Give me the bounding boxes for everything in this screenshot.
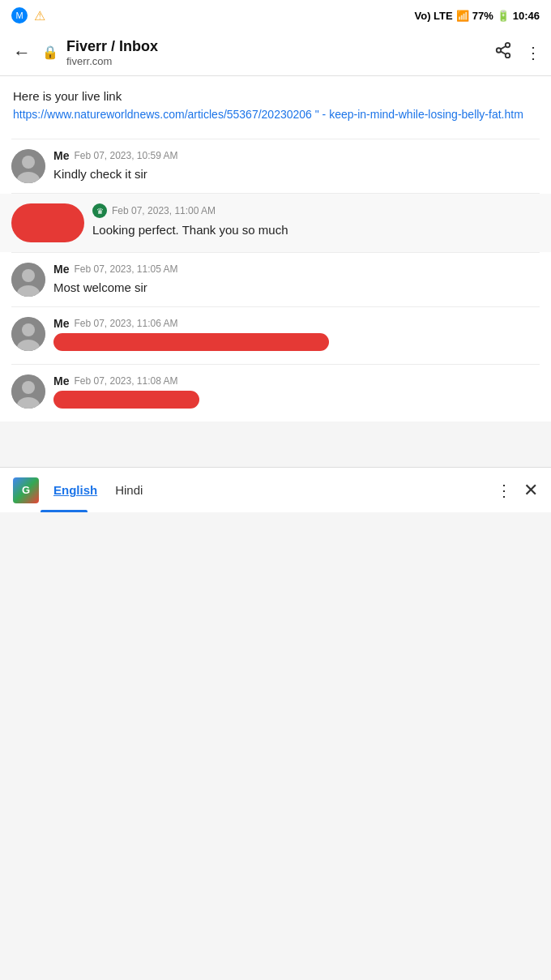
app-subtitle: fiverr.com [66,55,486,67]
svg-line-4 [501,46,506,49]
signal-indicator: Vo) LTE [415,10,453,22]
avatar-me-3 [11,263,45,297]
svg-point-9 [22,269,35,282]
message-row-5: Me Feb 07, 2023, 11:08 AM [0,365,551,422]
more-options-button[interactable]: ⋮ [525,43,541,62]
status-right: Vo) LTE 📶 77% 🔋 10:46 [415,10,540,22]
msg-time-1: Feb 07, 2023, 10:59 AM [74,150,177,161]
msg-header-1: Me Feb 07, 2023, 10:59 AM [53,149,540,162]
svg-point-1 [497,48,502,53]
redacted-content-4 [53,333,540,354]
msg-time-5: Feb 07, 2023, 11:08 AM [74,375,177,387]
message-content-3: Me Feb 07, 2023, 11:05 AM Most welcome s… [53,263,540,296]
message-row-4: Me Feb 07, 2023, 11:06 AM [0,307,551,364]
svg-point-15 [22,381,35,394]
msg-header-2: ♛ Feb 07, 2023, 11:00 AM [92,203,540,218]
translate-active-underline [41,510,88,512]
app-bar-actions: ⋮ [494,41,541,63]
status-left: M ⚠ [11,7,45,24]
battery-icon: 🔋 [497,10,510,22]
avatar-me-4 [11,317,45,351]
translate-bar: G English Hindi ⋮ ✕ [0,467,551,512]
message-content-2: ♛ Feb 07, 2023, 11:00 AM Looking perfect… [92,203,540,238]
msg-text-2: Looking perfect. Thank you so much [92,221,540,238]
sender-label-5: Me [53,374,69,387]
lock-icon: 🔒 [42,45,58,60]
sender-label-4: Me [53,317,69,330]
svg-point-2 [506,53,510,58]
message-row-2: ♛ Feb 07, 2023, 11:00 AM Looking perfect… [0,194,551,252]
message-content-4: Me Feb 07, 2023, 11:06 AM [53,317,540,354]
messenger-icon: M [11,7,28,24]
msg-header-3: Me Feb 07, 2023, 11:05 AM [53,263,540,276]
svg-line-3 [501,51,506,54]
sender-label-1: Me [53,149,69,162]
msg-text-3: Most welcome sir [53,279,540,296]
message-row: Me Feb 07, 2023, 10:59 AM Kindly check i… [0,139,551,193]
crown-badge: ♛ [92,203,107,218]
svg-point-0 [506,43,510,48]
msg-time-4: Feb 07, 2023, 11:06 AM [74,318,177,329]
redacted-content-5 [53,391,540,412]
google-translate-icon: G [13,477,39,503]
app-title: Fiverr / Inbox [66,38,486,55]
msg-header-4: Me Feb 07, 2023, 11:06 AM [53,317,540,330]
msg-text-1: Kindly check it sir [53,165,540,182]
back-button[interactable]: ← [10,39,34,66]
time: 10:46 [513,10,540,22]
svg-point-6 [22,156,35,169]
message-content-5: Me Feb 07, 2023, 11:08 AM [53,374,540,412]
app-bar-title: Fiverr / Inbox fiverr.com [66,38,486,67]
translate-close-button[interactable]: ✕ [523,480,538,501]
partial-message-group: Here is your live link https://www.natur… [0,76,551,124]
redacted-bar-short [53,391,199,409]
signal-bars: 📶 [456,10,469,22]
warning-icon: ⚠ [34,8,45,24]
chat-area: Here is your live link https://www.natur… [0,76,551,422]
translate-more-options[interactable]: ⋮ [496,481,512,500]
redacted-bar-long [53,333,329,351]
translate-lang-english[interactable]: English [50,481,100,499]
msg-header-5: Me Feb 07, 2023, 11:08 AM [53,374,540,387]
share-button[interactable] [494,41,512,63]
live-link-label: Here is your live link [13,89,538,103]
redacted-avatar-other [11,203,84,242]
live-link-url[interactable]: https://www.natureworldnews.com/articles… [13,108,538,121]
status-bar: M ⚠ Vo) LTE 📶 77% 🔋 10:46 [0,0,551,29]
app-bar: ← 🔒 Fiverr / Inbox fiverr.com ⋮ [0,29,551,76]
msg-time-2: Feb 07, 2023, 11:00 AM [112,205,216,216]
avatar-me-5 [11,374,45,409]
message-row-3: Me Feb 07, 2023, 11:05 AM Most welcome s… [0,253,551,306]
translate-lang-hindi[interactable]: Hindi [112,481,146,499]
msg-time-3: Feb 07, 2023, 11:05 AM [74,263,177,275]
message-content-1: Me Feb 07, 2023, 10:59 AM Kindly check i… [53,149,540,182]
battery-percent: 77% [472,10,493,22]
sender-label-3: Me [53,263,69,276]
svg-point-12 [22,323,35,336]
bottom-spacer [0,422,551,467]
avatar-me-1 [11,149,45,183]
